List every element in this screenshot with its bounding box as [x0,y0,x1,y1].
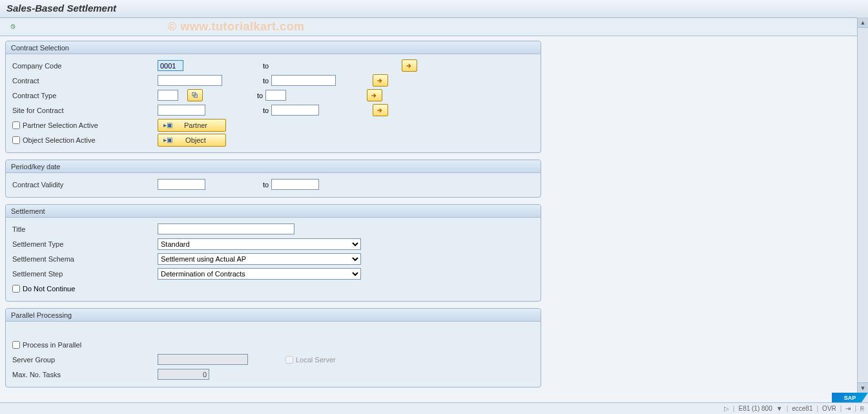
contract-validity-label: Contract Validity [12,181,158,189]
contract-selection-group: Contract Selection Company Code to Contr… [5,41,541,153]
settlement-type-label: Settlement Type [12,240,158,248]
expand-icon: ▸▣ [162,136,174,143]
partner-selection-active-label: Partner Selection Active [23,121,98,129]
status-server: ecce81 [792,405,812,412]
dropdown-icon[interactable]: ▼ [776,405,783,412]
status-nav-left-icon[interactable]: ▷ [724,405,729,412]
settlement-schema-label: Settlement Schema [12,255,158,263]
settlement-step-label: Settlement Step [12,270,158,278]
status-mode: OVR [822,405,836,412]
arrow-right-icon [377,107,384,114]
site-to-input[interactable] [271,105,319,116]
do-not-continue-input[interactable] [12,285,20,293]
scroll-up-icon[interactable]: ▲ [858,17,868,28]
object-selection-active-input[interactable] [12,136,20,144]
search-help-icon [192,92,198,99]
site-from-input[interactable] [158,105,205,116]
contract-validity-to-label: to [263,181,271,189]
main-form-area: Contract Selection Company Code to Contr… [0,36,868,398]
contract-type-to-input[interactable] [265,90,286,101]
settlement-title-field-label: Title [12,225,158,233]
parallel-processing-group: Parallel Processing Process in Parallel … [5,308,541,388]
contract-type-to-label: to [257,92,265,99]
contract-to-input[interactable] [271,75,336,86]
contract-multiple-selection-button[interactable] [373,74,388,87]
status-system: E81 (1) 800 [738,405,772,412]
max-no-tasks-input [158,369,209,380]
site-for-contract-label: Site for Contract [12,107,158,114]
contract-from-input[interactable] [158,75,222,86]
watermark-text: © www.tutorialkart.com [168,20,305,34]
arrow-right-icon [406,63,413,69]
period-key-date-group: Period/key date Contract Validity to [5,160,541,198]
status-icon-2[interactable]: ⎘ [860,405,864,412]
partner-button-label: Partner [174,121,222,129]
local-server-checkbox: Local Server [285,356,336,364]
contract-validity-from-input[interactable] [158,179,205,190]
execute-button[interactable] [6,20,19,33]
company-code-to-label: to [263,62,379,70]
object-selection-active-label: Object Selection Active [23,136,96,144]
settlement-title: Settlement [6,205,541,218]
status-bar: ▷ | E81 (1) 800 ▼ | ecce81 | OVR | ⇥ | ⎘ [0,402,868,414]
settlement-schema-select[interactable]: Settlement using Actual AP [158,253,361,265]
max-no-tasks-label: Max. No. Tasks [12,371,158,378]
partner-selection-active-checkbox[interactable]: Partner Selection Active [12,121,158,129]
clock-execute-icon [10,22,16,31]
contract-type-from-input[interactable] [158,90,178,101]
partner-selection-active-input[interactable] [12,121,20,129]
local-server-input [285,356,293,364]
contract-selection-title: Contract Selection [6,41,541,54]
process-in-parallel-label: Process in Parallel [23,341,81,349]
local-server-label: Local Server [296,356,336,364]
contract-type-search-help-button[interactable] [187,89,203,101]
parallel-processing-title: Parallel Processing [6,309,541,322]
site-to-label: to [263,107,271,114]
app-toolbar: © www.tutorialkart.com [0,18,868,36]
object-button-label: Object [174,136,222,144]
company-code-from-input[interactable] [158,60,183,71]
settlement-type-select[interactable]: Standard [158,238,361,250]
server-group-label: Server Group [12,356,158,364]
page-title: Sales-Based Settlement [6,3,116,14]
vertical-scrollbar[interactable]: ▲ ▼ [857,17,868,403]
contract-to-label: to [263,77,271,85]
process-in-parallel-checkbox[interactable]: Process in Parallel [12,341,158,349]
arrow-right-icon [377,78,384,84]
settlement-title-input[interactable] [158,223,294,234]
object-selection-active-checkbox[interactable]: Object Selection Active [12,136,158,144]
scroll-down-icon[interactable]: ▼ [858,382,868,393]
partner-button[interactable]: ▸▣ Partner [158,119,226,132]
settlement-group: Settlement Title Settlement Type Standar… [5,204,541,302]
contract-type-multiple-selection-button[interactable] [367,89,382,101]
object-button[interactable]: ▸▣ Object [158,134,226,147]
page-title-bar: Sales-Based Settlement [0,0,868,18]
settlement-step-select[interactable]: Determination of Contracts [158,268,361,280]
server-group-input [158,354,248,365]
process-in-parallel-input[interactable] [12,341,20,349]
contract-validity-to-input[interactable] [271,179,319,190]
contract-label: Contract [12,77,158,85]
status-icon-1[interactable]: ⇥ [845,405,851,412]
company-code-multiple-selection-button[interactable] [402,59,417,72]
contract-type-label: Contract Type [12,92,158,99]
period-key-date-title: Period/key date [6,160,541,173]
arrow-right-icon [371,92,378,99]
expand-icon: ▸▣ [162,121,174,129]
do-not-continue-checkbox[interactable]: Do Not Continue [12,285,75,293]
do-not-continue-label: Do Not Continue [23,285,75,293]
company-code-label: Company Code [12,62,158,70]
site-multiple-selection-button[interactable] [373,104,388,116]
